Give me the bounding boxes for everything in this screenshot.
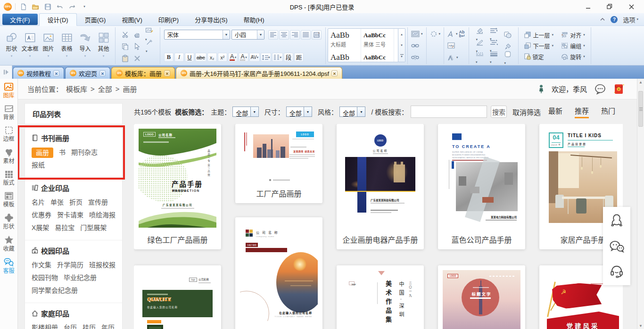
wordart-button[interactable] [447, 31, 454, 38]
sidebar-item-assets[interactable]: 素材 [0, 147, 17, 164]
insert-table-button[interactable]: 表格▾ [58, 28, 75, 63]
italic-button[interactable]: I [174, 53, 184, 62]
red-packet-icon[interactable]: ¥ [613, 83, 625, 95]
dash-style-button[interactable]: ▾ [476, 52, 484, 65]
menu-design[interactable]: 设计(D) [39, 13, 77, 26]
subscript-button[interactable]: x₂ [207, 53, 217, 62]
sort-hot[interactable]: 热门 [601, 106, 615, 118]
tag[interactable]: 校园刊物 [32, 271, 58, 284]
search-button[interactable]: 搜索 [491, 106, 507, 118]
bold-button[interactable]: B [164, 53, 173, 62]
font-color-button[interactable]: A▾ [228, 53, 238, 62]
menu-help[interactable]: 帮助(H) [235, 13, 272, 25]
styles-scroll-up[interactable]: ▲ [398, 29, 405, 40]
spacing-settings-button[interactable]: 距 [294, 53, 304, 62]
template-card-blue-company[interactable]: TO CREATE A SUPER INFLUENCE OF CHINA MOD… [438, 124, 525, 249]
tag-newspaper[interactable]: 报纸 [32, 159, 45, 172]
template-card-art-collection[interactable]: yourlogo 美术作品集 中国·深圳 二〇一九 [337, 265, 424, 329]
template-card-sunset-company[interactable]: 公 司 名 称 company name 为客户提供 在此输入您的公司名称 YO… [235, 217, 322, 329]
tag[interactable]: 易拉宝 [55, 222, 74, 234]
tag-book[interactable]: 书 [59, 146, 66, 159]
copy-style-button[interactable] [504, 32, 512, 38]
align-objects-button[interactable]: 对齐▾ [561, 30, 585, 40]
cancel-filter-button[interactable]: 取消筛选 [512, 107, 541, 117]
pan-hand-button[interactable] [133, 31, 140, 38]
menu-view[interactable]: 视图(V) [114, 13, 150, 25]
align-right-button[interactable] [290, 30, 300, 40]
paragraph-settings-button[interactable]: 段 [284, 53, 293, 62]
menu-share-export[interactable]: 分享导出(S) [187, 13, 235, 25]
close-button[interactable] [627, 3, 636, 10]
cut-button[interactable] [122, 31, 129, 38]
tab-video-tutorial[interactable]: DPS 视频教程 × [13, 67, 64, 79]
sidebar-item-border[interactable]: 边框 [0, 125, 17, 142]
tag[interactable]: 毕业纪念册 [64, 271, 97, 284]
import-button[interactable]: 导入▾ [76, 28, 94, 63]
tag[interactable]: 作文集 [32, 259, 51, 271]
template-search-input[interactable] [411, 106, 487, 118]
underline-button[interactable]: U [185, 53, 194, 62]
insert-other-button[interactable]: 其他▾ [95, 28, 112, 63]
select-cursor-button[interactable] [134, 43, 140, 50]
tag[interactable]: 影楼相册 [32, 321, 58, 329]
lock-button[interactable]: 锁定 [524, 52, 554, 61]
edit-points-button[interactable]: ▾ [146, 39, 153, 54]
vertical-scrollbar[interactable]: ▲ ▼ [637, 79, 644, 329]
tag[interactable]: 升学简历 [57, 259, 83, 271]
copy-button[interactable] [122, 43, 129, 50]
redo-button[interactable] [68, 2, 76, 11]
text-direction-button[interactable]: Abb↵ [459, 30, 465, 38]
tag[interactable]: 优惠券 [32, 209, 51, 222]
tag[interactable]: 贺卡请柬 [57, 209, 83, 222]
tag[interactable]: 同学聚会纪念册 [32, 284, 78, 297]
shape-preset-button[interactable]: ▾ [504, 51, 511, 66]
tag[interactable]: 班报校报 [89, 259, 116, 271]
tag[interactable]: 名片 [32, 196, 45, 209]
tag-magazine[interactable]: 期刊杂志 [71, 146, 98, 159]
sidebar-item-shapes[interactable]: 形状 [0, 213, 17, 230]
open-folder-button[interactable] [31, 2, 40, 11]
strikethrough-button[interactable]: abc [195, 53, 206, 62]
qq-icon[interactable] [610, 214, 624, 229]
breadcrumb-album[interactable]: 画册 [123, 84, 137, 94]
tag[interactable]: 喷绘海报 [89, 209, 116, 222]
shape-effect-button[interactable] [430, 30, 438, 38]
tag[interactable]: X展架 [32, 222, 49, 234]
sidebar-item-background[interactable]: 背景 [0, 104, 17, 121]
line-spacing-button[interactable]: ▾ [261, 53, 272, 62]
scroll-up-arrow[interactable]: ▲ [637, 80, 644, 84]
insert-image-button[interactable]: 图片▾ [40, 28, 57, 63]
close-icon[interactable]: × [53, 70, 59, 76]
styles-scroll-down[interactable]: ▼ [398, 40, 405, 50]
paste-button[interactable] [122, 55, 129, 62]
restore-button[interactable] [605, 3, 614, 10]
tag[interactable]: 折页 [69, 196, 83, 209]
columns-button[interactable]: ▾ [272, 53, 283, 62]
character-spacing-button[interactable]: AV▾ [249, 53, 260, 62]
group-button[interactable]: 编组▾ [561, 41, 585, 50]
styles-more-button[interactable]: ▼ [398, 51, 405, 62]
tag[interactable]: 台历 [64, 321, 77, 329]
link-button[interactable] [411, 43, 419, 48]
tag[interactable]: 宣传册 [88, 196, 108, 209]
font-size-select[interactable]: 小四▼ [231, 30, 264, 40]
sidebar-item-favorites[interactable]: 收藏 [0, 235, 17, 252]
format-brush-button[interactable] [504, 43, 511, 50]
undo-button[interactable] [56, 2, 64, 11]
text-highlight-button[interactable]: A▾ [239, 53, 248, 62]
spellcheck-button[interactable]: ABC [447, 42, 455, 49]
rotate-button[interactable]: 旋转▾ [561, 52, 585, 61]
collapse-ribbon-icon[interactable] [600, 17, 605, 21]
sort-recommended[interactable]: 推荐 [575, 106, 589, 118]
tab-template-library[interactable]: DPS 模板库：画册 × [111, 67, 175, 79]
style-item-title[interactable]: AaBb 大标题 [328, 29, 361, 51]
close-icon[interactable]: × [331, 70, 338, 76]
sidebar-item-layout[interactable]: 版式 [0, 169, 17, 186]
insert-textbox-button[interactable]: 文本框▾ [21, 28, 39, 63]
insert-shape-button[interactable]: 形状▾ [3, 28, 20, 63]
options-button[interactable]: 选项▾ [623, 15, 638, 24]
template-card-quality-service[interactable]: logo公司名称 QUALITY SERVICE 在此输入您的公司名称 [134, 265, 221, 329]
scrollbar-thumb[interactable] [638, 91, 643, 127]
tag[interactable]: 挂历 [83, 321, 96, 329]
style-item-partial[interactable]: AaBb [328, 51, 361, 62]
